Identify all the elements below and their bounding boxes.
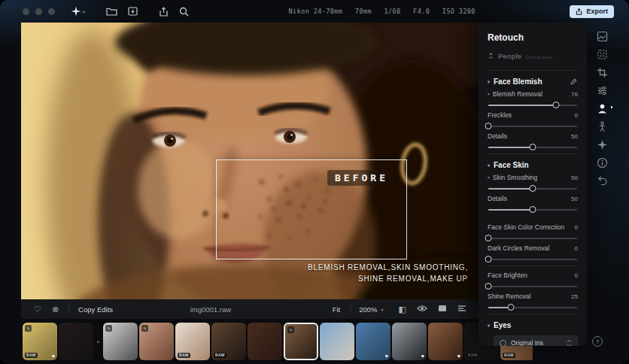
slider-label-row: ▾Blemish Removal76 xyxy=(488,90,578,98)
thumbnail[interactable] xyxy=(320,323,354,360)
slider-label: Dark Circles Removal xyxy=(488,244,549,252)
slider-track[interactable] xyxy=(488,307,577,308)
slider-track[interactable] xyxy=(488,126,577,127)
section-header-face-skin[interactable]: ▾Face Skin xyxy=(488,161,578,169)
help-button[interactable]: ? xyxy=(592,336,603,347)
thumbnail[interactable]: ✎RAW♥ xyxy=(23,323,57,360)
compare-view-button[interactable]: ◧ xyxy=(394,305,411,314)
thumbnail[interactable]: ✎ xyxy=(284,323,318,360)
show-original-button[interactable] xyxy=(433,305,451,314)
thumbnail[interactable]: ✎ xyxy=(103,323,138,360)
fit-button[interactable]: Fit xyxy=(327,305,347,314)
favorite-button[interactable]: ♡ xyxy=(29,305,47,314)
slider-blemish-removal: ▾Blemish Removal76 xyxy=(488,90,578,106)
window-minimize-button[interactable] xyxy=(35,8,42,15)
eraser-icon[interactable] xyxy=(570,77,578,86)
question-mark-icon: ? xyxy=(596,338,599,345)
before-label: BEFORE xyxy=(327,170,393,186)
collapse-icon: ▾ xyxy=(488,162,490,168)
slider-value: 0 xyxy=(575,224,578,231)
people-section[interactable]: People Coming Soon xyxy=(488,50,578,65)
slider-track[interactable] xyxy=(488,147,577,148)
current-filename: img0001.raw xyxy=(117,305,327,314)
catalog-button[interactable] xyxy=(101,3,123,20)
thumbnail[interactable]: RAW xyxy=(211,323,246,360)
search-zoom-button[interactable] xyxy=(174,3,194,20)
expand-icon[interactable]: ▾ xyxy=(488,175,490,180)
edited-badge: ✎ xyxy=(105,325,112,332)
slider-knob[interactable] xyxy=(485,256,492,262)
app-window: ▾ Nikon 24-70mm 70mm 1/60 F4.0 ISO 3200 … xyxy=(0,0,629,364)
share-icon xyxy=(159,7,169,17)
reject-button[interactable]: ⊗ xyxy=(47,305,64,314)
slider-knob[interactable] xyxy=(530,185,536,192)
panel-title: Retouch xyxy=(488,23,578,50)
window-close-button[interactable] xyxy=(23,8,29,15)
undo-icon[interactable] xyxy=(593,171,611,190)
section-header-eyes[interactable]: ▾Eyes xyxy=(488,321,578,329)
share-button[interactable] xyxy=(153,3,174,20)
magic-icon[interactable] xyxy=(593,135,611,153)
crop-icon[interactable] xyxy=(593,63,611,81)
thumbnail[interactable]: ✎ xyxy=(139,323,174,360)
slider-fill xyxy=(488,209,533,211)
presets-icon[interactable] xyxy=(593,27,611,45)
filmstrip-toggle-button[interactable] xyxy=(453,305,471,314)
ai-tools-button[interactable]: ▾ xyxy=(65,3,90,20)
raw-badge: RAW xyxy=(214,353,226,359)
photo-caption: BLEMISH REMOVAL,SKIN SMOOTHING, SHINE RE… xyxy=(308,262,468,284)
export-button[interactable]: Export xyxy=(570,5,614,18)
thumbnail[interactable]: RAW xyxy=(175,323,210,360)
adjustments-icon[interactable] xyxy=(593,81,611,99)
thumbnail[interactable]: ♥ xyxy=(392,323,427,360)
zoom-level-dropdown[interactable]: 200% ▾ xyxy=(356,305,386,314)
ai-enhance-icon[interactable] xyxy=(593,45,611,63)
sparkle-icon xyxy=(71,6,81,17)
portrait-icon[interactable] xyxy=(593,99,611,117)
favorite-badge-icon: ♥ xyxy=(421,353,424,359)
import-button[interactable] xyxy=(123,3,143,20)
thumbnail[interactable]: ♥ xyxy=(428,323,463,360)
slider-value: 25 xyxy=(571,293,578,300)
slider-track[interactable] xyxy=(488,259,577,260)
copy-edits-button[interactable]: Copy Edits xyxy=(74,305,117,314)
slider-knob[interactable] xyxy=(530,144,536,150)
divider xyxy=(351,305,351,314)
divider xyxy=(488,70,578,71)
preview-toggle-button[interactable] xyxy=(412,305,432,314)
slider-label-row: Freckles0 xyxy=(488,111,578,119)
edited-badge: ✎ xyxy=(25,325,32,332)
slider-label-row: Details50 xyxy=(488,132,578,140)
slider-label-row: Dark Circles Removal0 xyxy=(488,244,578,252)
window-zoom-button[interactable] xyxy=(48,8,55,15)
collapse-icon: ▾ xyxy=(488,79,490,84)
slider-dark-circles-removal: Dark Circles Removal0 xyxy=(488,244,578,260)
slider-knob[interactable] xyxy=(507,304,514,311)
slider-track[interactable] xyxy=(488,238,577,239)
slider-knob[interactable] xyxy=(485,235,492,241)
thumbnail[interactable] xyxy=(248,323,282,360)
photo-canvas[interactable]: BEFORE BLEMISH REMOVAL,SKIN SMOOTHING, S… xyxy=(21,23,479,299)
info-icon[interactable] xyxy=(593,153,611,171)
slider-fill xyxy=(488,147,533,148)
section-header-face-blemish[interactable]: ▾Face Blemish xyxy=(488,77,578,86)
slider-track[interactable] xyxy=(488,105,577,106)
slider-knob[interactable] xyxy=(530,206,536,213)
thumbnail[interactable] xyxy=(59,323,93,360)
thumbnail[interactable]: ♥ xyxy=(356,323,390,360)
tool-rail xyxy=(587,27,629,343)
slider-knob[interactable] xyxy=(552,102,559,108)
slider-knob[interactable] xyxy=(485,283,492,290)
body-icon[interactable] xyxy=(593,117,611,135)
slider-track[interactable] xyxy=(488,209,577,211)
slider-value: 0 xyxy=(575,112,578,119)
iris-style-dropdown[interactable]: Original Iris xyxy=(494,335,578,346)
slider-face-skin-color-correction: Face Skin Color Correction0 xyxy=(488,223,578,239)
slider-track[interactable] xyxy=(488,286,577,287)
slider-track[interactable] xyxy=(488,188,577,190)
group-divider xyxy=(488,265,578,266)
window-controls[interactable] xyxy=(23,8,55,15)
expand-icon[interactable]: ▾ xyxy=(488,92,490,96)
slider-knob[interactable] xyxy=(485,123,492,129)
favorite-badge-icon: ♥ xyxy=(385,353,388,359)
